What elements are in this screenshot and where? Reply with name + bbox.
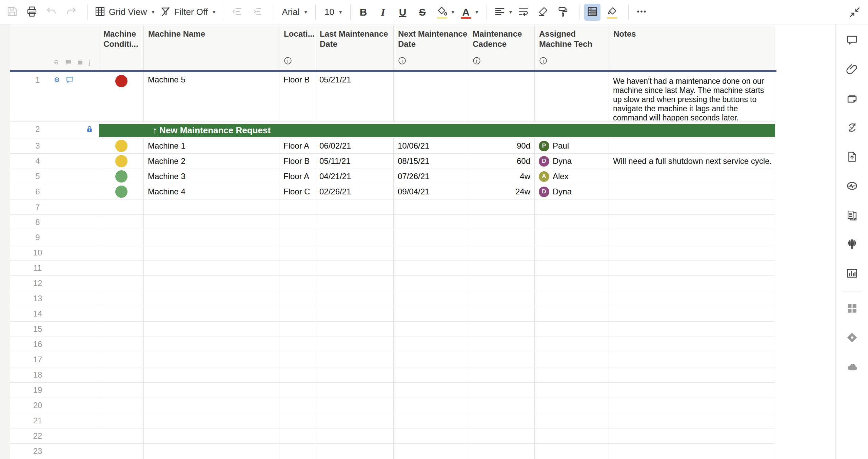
row-number[interactable]: 2 xyxy=(27,122,48,137)
cell-notes[interactable] xyxy=(609,230,775,245)
row-gutter[interactable]: 10 xyxy=(10,245,99,260)
cell-notes[interactable] xyxy=(609,367,775,382)
row-gutter[interactable]: 9 xyxy=(10,230,99,245)
cell-name[interactable]: Machine 2 xyxy=(144,154,279,169)
cell-location[interactable] xyxy=(279,383,315,398)
cell-last[interactable] xyxy=(315,245,394,260)
column-header-last[interactable]: Last Maintenance Date xyxy=(315,25,394,70)
row-number[interactable]: 14 xyxy=(27,306,48,321)
cell-last[interactable] xyxy=(315,337,394,352)
cell-next[interactable]: 10/06/21 xyxy=(394,138,468,153)
column-header-name[interactable]: Machine Name xyxy=(144,25,279,70)
row-number[interactable]: 23 xyxy=(27,444,48,459)
cell-tech[interactable] xyxy=(535,398,609,413)
chevron-down-icon[interactable]: ▾ xyxy=(475,8,478,16)
column-header-condition[interactable]: Machine Conditi... xyxy=(99,25,144,70)
cell-notes[interactable] xyxy=(609,306,775,321)
cell-notes[interactable] xyxy=(609,184,775,199)
save-button[interactable] xyxy=(4,4,20,21)
highlight-button[interactable] xyxy=(604,4,620,21)
cell-condition[interactable] xyxy=(99,276,144,291)
cell-name[interactable]: Machine 4 xyxy=(144,184,279,199)
cell-name[interactable] xyxy=(144,230,279,245)
filter-selector[interactable]: Filter Off xyxy=(158,4,211,21)
cell-last[interactable] xyxy=(315,428,394,443)
sidebar-summary-icon[interactable] xyxy=(844,208,860,223)
cell-name[interactable] xyxy=(144,352,279,367)
row-number[interactable]: 21 xyxy=(27,413,48,428)
column-header-location[interactable]: Locati... xyxy=(279,25,315,70)
cell-notes[interactable] xyxy=(609,413,775,428)
cell-cadence[interactable] xyxy=(468,367,535,382)
cell-next[interactable] xyxy=(394,261,468,275)
cell-location[interactable] xyxy=(279,276,315,291)
cell-location[interactable] xyxy=(279,261,315,275)
row-gutter[interactable]: 17 xyxy=(10,352,99,367)
row-number[interactable]: 18 xyxy=(27,367,48,382)
row-number[interactable]: 13 xyxy=(27,291,48,306)
font-family-select[interactable]: Arial xyxy=(278,4,303,21)
cell-notes[interactable]: Will need a full shutdown next service c… xyxy=(609,154,775,169)
cell-notes[interactable] xyxy=(609,261,775,275)
cell-notes[interactable] xyxy=(609,337,775,352)
row-gutter[interactable]: 8 xyxy=(10,215,99,230)
cell-last[interactable] xyxy=(315,367,394,382)
cell-condition[interactable] xyxy=(99,230,144,245)
cell-location[interactable] xyxy=(279,367,315,382)
sidebar-work-insights-balloon-icon[interactable] xyxy=(844,237,860,252)
row-gutter[interactable]: 12 xyxy=(10,276,99,291)
cell-condition[interactable] xyxy=(99,72,144,121)
cell-tech[interactable]: DDyna xyxy=(535,154,609,169)
cell-condition[interactable] xyxy=(99,245,144,260)
cell-tech[interactable]: PPaul xyxy=(535,138,609,153)
row-gutter[interactable]: 22 xyxy=(10,428,99,443)
row-gutter[interactable]: 13 xyxy=(10,291,99,306)
cell-cadence[interactable]: 4w xyxy=(468,169,535,184)
cell-condition[interactable] xyxy=(99,337,144,352)
sidebar-integration-cloud-icon[interactable] xyxy=(844,359,860,374)
cell-notes[interactable] xyxy=(609,245,775,260)
row-number[interactable]: 19 xyxy=(27,383,48,398)
row-gutter[interactable]: 21 xyxy=(10,413,99,428)
cell-tech[interactable] xyxy=(535,352,609,367)
italic-button[interactable]: I xyxy=(375,4,391,21)
cell-location[interactable] xyxy=(279,230,315,245)
cell-notes[interactable] xyxy=(609,383,775,398)
sidebar-activity-log-icon[interactable] xyxy=(844,178,860,193)
sidebar-proofs-icon[interactable] xyxy=(844,91,860,106)
row-number[interactable]: 12 xyxy=(27,276,48,291)
sidebar-integration-diamond-icon[interactable] xyxy=(844,330,860,345)
cell-next[interactable]: 08/15/21 xyxy=(394,154,468,169)
cell-notes[interactable] xyxy=(609,276,775,291)
info-icon[interactable] xyxy=(398,56,407,68)
cell-tech[interactable] xyxy=(535,199,609,214)
column-header-notes[interactable]: Notes xyxy=(609,25,775,70)
cell-last[interactable]: 02/26/21 xyxy=(315,184,394,199)
cell-condition[interactable] xyxy=(99,383,144,398)
column-header-tech[interactable]: Assigned Machine Tech xyxy=(535,25,609,70)
cell-cadence[interactable] xyxy=(468,383,535,398)
view-selector[interactable]: Grid View xyxy=(93,4,150,21)
cell-next[interactable] xyxy=(394,245,468,260)
cell-name[interactable] xyxy=(144,337,279,352)
cell-tech[interactable] xyxy=(535,383,609,398)
print-button[interactable] xyxy=(24,4,40,21)
cell-notes[interactable] xyxy=(609,199,775,214)
cell-next[interactable] xyxy=(394,383,468,398)
cell-last[interactable]: 05/21/21 xyxy=(315,72,394,121)
outdent-button[interactable] xyxy=(229,4,245,21)
cell-last[interactable] xyxy=(315,199,394,214)
cell-location[interactable]: Floor B xyxy=(279,72,315,121)
cell-cadence[interactable] xyxy=(468,428,535,443)
cell-last[interactable]: 06/02/21 xyxy=(315,138,394,153)
proof-icon[interactable] xyxy=(76,58,84,68)
row-gutter[interactable]: 15 xyxy=(10,322,99,337)
cell-tech[interactable] xyxy=(535,276,609,291)
cell-tech[interactable] xyxy=(535,245,609,260)
cell-location[interactable] xyxy=(279,428,315,443)
cell-next[interactable] xyxy=(394,337,468,352)
row-number[interactable]: 5 xyxy=(27,169,48,184)
cell-last[interactable] xyxy=(315,352,394,367)
cell-next[interactable] xyxy=(394,444,468,459)
cell-notes[interactable] xyxy=(609,444,775,459)
